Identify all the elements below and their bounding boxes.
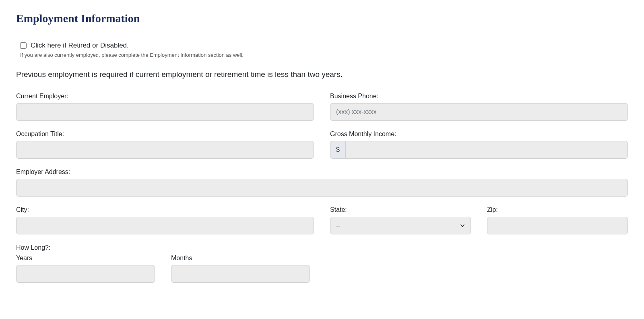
occupation-title-input[interactable] xyxy=(16,141,314,159)
months-input[interactable] xyxy=(171,265,310,283)
years-label: Years xyxy=(16,255,155,262)
occupation-title-label: Occupation Title: xyxy=(16,130,314,138)
retired-disabled-helper: If you are also currently employed, plea… xyxy=(20,52,628,58)
employment-form: Current Employer: Business Phone: Occupa… xyxy=(16,93,628,283)
employer-address-label: Employer Address: xyxy=(16,168,628,176)
section-divider xyxy=(16,30,628,30)
gross-monthly-income-input[interactable] xyxy=(345,141,628,159)
section-title: Employment Information xyxy=(16,12,628,25)
employer-address-input[interactable] xyxy=(16,179,628,197)
years-input[interactable] xyxy=(16,265,155,283)
business-phone-label: Business Phone: xyxy=(330,93,628,100)
zip-input[interactable] xyxy=(487,217,628,234)
current-employer-label: Current Employer: xyxy=(16,93,314,100)
retired-disabled-label: Click here if Retired or Disabled. xyxy=(31,41,129,50)
months-label: Months xyxy=(171,255,310,262)
business-phone-input[interactable] xyxy=(330,103,628,121)
current-employer-input[interactable] xyxy=(16,103,314,121)
city-input[interactable] xyxy=(16,217,314,234)
state-select[interactable]: -- xyxy=(330,217,471,234)
dollar-addon: $ xyxy=(330,141,345,159)
retired-disabled-row: Click here if Retired or Disabled. xyxy=(20,41,628,50)
gross-monthly-income-label: Gross Monthly Income: xyxy=(330,130,628,138)
previous-employment-instruction: Previous employment is required if curre… xyxy=(16,70,628,79)
state-label: State: xyxy=(330,206,471,213)
how-long-label: How Long?: xyxy=(16,244,50,251)
city-label: City: xyxy=(16,206,314,213)
zip-label: Zip: xyxy=(487,206,628,213)
retired-disabled-checkbox[interactable] xyxy=(20,42,27,49)
